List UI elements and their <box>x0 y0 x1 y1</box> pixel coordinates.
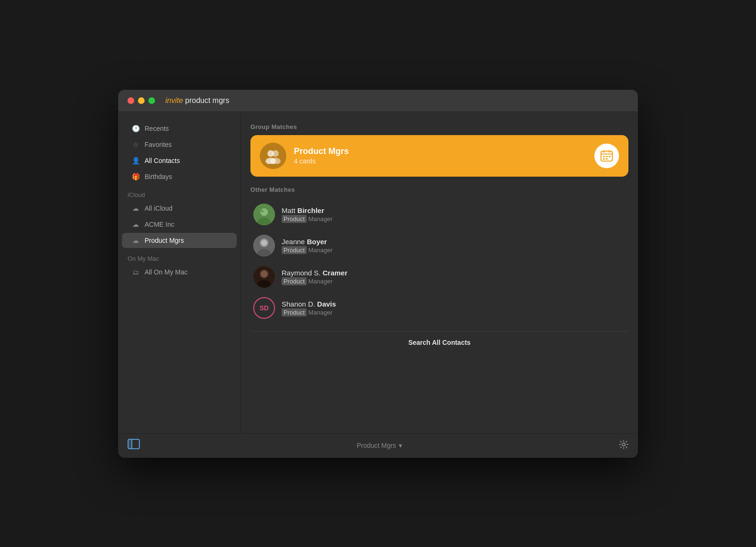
minimize-button[interactable] <box>138 97 145 104</box>
contact-first-matt: Matt <box>282 206 297 214</box>
group-matches-title: Group Matches <box>250 123 628 130</box>
group-name: Product Mgrs <box>294 146 587 156</box>
all-icloud-icon: ☁ <box>131 204 140 213</box>
close-button[interactable] <box>128 97 134 104</box>
sidebar-label-acme-inc: ACME Inc <box>145 221 174 228</box>
title-rest: product mgrs <box>183 96 229 104</box>
icloud-section-label: iCloud <box>118 185 241 200</box>
sidebar-item-product-mgrs[interactable]: ☁ Product Mgrs <box>122 233 237 248</box>
sidebar-label-all-contacts: All Contacts <box>145 157 180 164</box>
all-contacts-icon: 👤 <box>131 156 140 165</box>
contact-first-raymond: Raymond S. <box>282 269 323 277</box>
birthdays-icon: 🎁 <box>131 172 140 181</box>
svg-point-17 <box>265 209 266 211</box>
titlebar: invite product mgrs <box>118 90 638 112</box>
chevron-down-icon: ▾ <box>399 442 402 449</box>
avatar-jeanne-boyer <box>253 235 275 256</box>
app-window: invite product mgrs 🕐 Recents ☆ Favorite… <box>118 90 638 458</box>
contact-row-matt-birchler[interactable]: Matt Birchler Product Manager <box>250 199 628 230</box>
product-mgrs-icon: ☁ <box>131 236 140 245</box>
contact-name-jeanne-boyer: Jeanne Boyer <box>282 238 333 246</box>
svg-rect-12 <box>606 158 608 160</box>
avatar-shanon-davis: SD <box>253 297 275 319</box>
sidebar-label-recents: Recents <box>145 125 169 132</box>
contact-row-raymond-cramer[interactable]: Raymond S. Cramer Product Manager <box>250 261 628 292</box>
sidebar: 🕐 Recents ☆ Favorites 👤 All Contacts 🎁 B… <box>118 112 241 433</box>
bottom-group-label: Product Mgrs <box>357 442 396 449</box>
svg-point-21 <box>261 240 267 246</box>
settings-icon[interactable] <box>619 440 628 452</box>
maximize-button[interactable] <box>148 97 155 104</box>
avatar-matt-birchler <box>253 204 275 225</box>
sidebar-label-all-icloud: All iCloud <box>145 205 172 212</box>
contact-row-shanon-davis[interactable]: SD Shanon D. Davis Product Manager <box>250 292 628 324</box>
contact-name-shanon-davis: Shanon D. Davis <box>282 300 336 308</box>
sidebar-item-recents[interactable]: 🕐 Recents <box>122 121 237 136</box>
svg-point-16 <box>261 210 264 213</box>
contact-info-shanon-davis: Shanon D. Davis Product Manager <box>282 300 336 316</box>
svg-rect-6 <box>609 150 610 153</box>
favorites-icon: ☆ <box>131 140 140 149</box>
group-info: Product Mgrs 4 cards <box>294 146 587 165</box>
sidebar-label-product-mgrs: Product Mgrs <box>145 237 184 244</box>
contact-info-jeanne-boyer: Jeanne Boyer Product Manager <box>282 238 333 254</box>
title-highlight: invite <box>165 96 183 104</box>
on-my-mac-section-label: On My Mac <box>118 248 241 264</box>
traffic-lights <box>128 97 155 104</box>
contact-last-jeanne: Boyer <box>307 238 327 246</box>
sidebar-item-acme-inc[interactable]: ☁ ACME Inc <box>122 217 237 232</box>
contact-info-matt-birchler: Matt Birchler Product Manager <box>282 206 333 222</box>
svg-point-29 <box>622 443 625 446</box>
contact-row-jeanne-boyer[interactable]: Jeanne Boyer Product Manager <box>250 230 628 261</box>
svg-rect-8 <box>603 156 605 157</box>
contact-name-matt-birchler: Matt Birchler <box>282 206 333 214</box>
svg-rect-10 <box>609 156 610 157</box>
sidebar-item-all-icloud[interactable]: ☁ All iCloud <box>122 201 237 216</box>
sidebar-toggle-icon[interactable] <box>128 439 140 452</box>
window-title: invite product mgrs <box>165 96 229 105</box>
svg-rect-9 <box>606 156 608 157</box>
contact-title-shanon-davis: Product Manager <box>282 309 336 316</box>
contact-last-raymond: Cramer <box>323 269 348 277</box>
contact-info-raymond-cramer: Raymond S. Cramer Product Manager <box>282 269 347 285</box>
sidebar-item-all-on-my-mac[interactable]: 🗂 All On My Mac <box>122 265 237 280</box>
acme-inc-icon: ☁ <box>131 220 140 229</box>
bottom-center-label[interactable]: Product Mgrs ▾ <box>357 442 402 449</box>
group-avatar <box>260 143 286 169</box>
main-content: 🕐 Recents ☆ Favorites 👤 All Contacts 🎁 B… <box>118 112 638 433</box>
contact-title-raymond-cramer: Product Manager <box>282 278 347 285</box>
contact-last-shanon: Davis <box>317 300 336 308</box>
recents-icon: 🕐 <box>131 124 140 133</box>
search-all-contacts-button[interactable]: Search All Contacts <box>250 331 628 353</box>
svg-rect-11 <box>603 158 605 160</box>
group-match-card[interactable]: Product Mgrs 4 cards <box>250 135 628 177</box>
svg-point-1 <box>272 150 279 157</box>
svg-rect-27 <box>128 439 132 449</box>
sidebar-label-all-on-my-mac: All On My Mac <box>145 268 188 276</box>
contact-title-jeanne-boyer: Product Manager <box>282 247 333 254</box>
svg-point-25 <box>261 271 267 277</box>
svg-rect-5 <box>603 150 605 153</box>
avatar-raymond-cramer <box>253 266 275 288</box>
contact-name-raymond-cramer: Raymond S. Cramer <box>282 269 347 277</box>
sidebar-item-all-contacts[interactable]: 👤 All Contacts <box>122 153 237 168</box>
group-count: 4 cards <box>294 157 587 165</box>
other-matches-title: Other Matches <box>250 186 628 193</box>
contact-first-jeanne: Jeanne <box>282 238 307 246</box>
contact-last-matt: Birchler <box>297 206 324 214</box>
contact-first-shanon: Shanon D. <box>282 300 317 308</box>
all-on-my-mac-icon: 🗂 <box>131 268 140 276</box>
sidebar-item-favorites[interactable]: ☆ Favorites <box>122 137 237 152</box>
content-area: Group Matches Product Mgrs 4 cards <box>241 112 638 433</box>
sidebar-item-birthdays[interactable]: 🎁 Birthdays <box>122 169 237 184</box>
initials-sd: SD <box>259 304 268 312</box>
group-action-icon[interactable] <box>594 144 619 168</box>
sidebar-label-birthdays: Birthdays <box>145 173 172 180</box>
sidebar-label-favorites: Favorites <box>145 141 172 148</box>
contact-title-matt-birchler: Product Manager <box>282 215 333 222</box>
bottom-bar: Product Mgrs ▾ <box>118 433 638 458</box>
search-all-label: Search All Contacts <box>408 339 471 346</box>
